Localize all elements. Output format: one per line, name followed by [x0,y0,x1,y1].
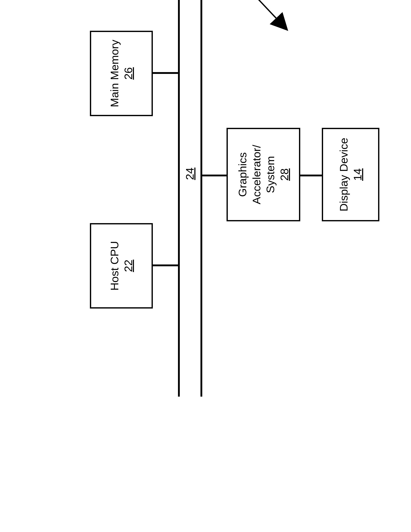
svg-line-0 [248,0,279,21]
main-memory-num: 26 [121,67,135,80]
display-num: 14 [351,169,365,181]
display-box: Display Device 14 [322,128,379,221]
graphics-num: 28 [277,169,291,181]
graphics-title3: System [263,156,277,193]
diagram-stage: Host CPU 22 Main Memory 26 24 Graphics A… [0,0,411,411]
main-memory-title: Main Memory [107,40,122,107]
main-memory-box: Main Memory 26 [90,31,153,116]
bus-line-top [178,0,180,397]
connector-graphics-display [299,175,323,176]
graphics-title2: Accelerator/ [249,145,264,204]
graphics-box: Graphics Accelerator/ System 28 [227,128,300,221]
bus-line-bottom [201,0,202,397]
host-cpu-title: Host CPU [107,241,122,291]
display-title: Display Device [337,138,351,211]
bus-num: 24 [183,168,196,180]
connector-mainmem-bus [153,72,179,74]
host-cpu-num: 22 [121,260,135,272]
connector-bus-graphics [201,175,228,176]
reference-arrow [243,0,286,28]
host-cpu-box: Host CPU 22 [90,223,153,309]
bus-label: 24 [183,166,196,182]
graphics-title1: Graphics [236,152,249,197]
connector-hostcpu-bus [153,265,179,266]
